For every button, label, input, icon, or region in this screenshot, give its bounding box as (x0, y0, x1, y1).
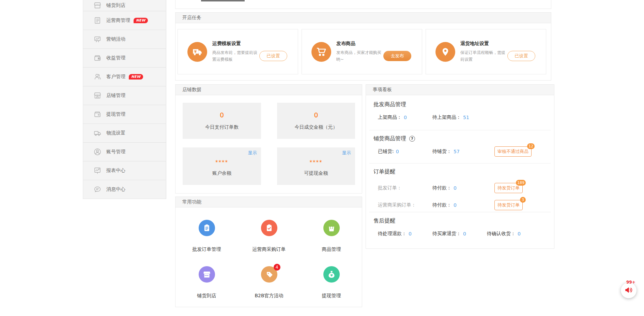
clipboard-icon (199, 220, 215, 236)
stat-label: 账户余额 (212, 170, 231, 176)
to-ship-count-badge: 189 (516, 180, 526, 186)
sidebar-item-label: 提现管理 (106, 111, 125, 117)
sidebar: 铺货到店 运营商管理 NEW 营销活动 收益管理 客户管理 NEW 店铺管理 (83, 0, 166, 199)
pending-shelf-count[interactable]: 51 (463, 115, 469, 120)
stat-value: 0 (314, 111, 318, 119)
store-icon (93, 1, 102, 10)
stat-tile-turnover: 0 今日成交金额（元） (277, 103, 355, 139)
stat-label: 待处理退款： (378, 231, 407, 237)
quick-action-label: 提现管理 (322, 293, 341, 299)
pending-return-count[interactable]: 0 (463, 231, 466, 236)
shop-icon (93, 91, 102, 100)
help-icon[interactable]: ? (409, 136, 415, 142)
quick-action-b2b-activities[interactable]: 4 B2B官方活动 (238, 266, 300, 313)
order-type-label: 运营商采购订单： (378, 202, 416, 208)
quick-action-operator-purchase-orders[interactable]: 运营商采购订单 (238, 220, 300, 266)
stat-label: 上架商品： (378, 114, 402, 120)
quick-action-label: B2B官方活动 (255, 293, 283, 299)
sidebar-item-label: 营销活动 (106, 36, 125, 42)
stat-label: 待买家退货： (432, 231, 461, 237)
section-heading: 铺货商品管理 (373, 135, 406, 142)
truck-yen-icon: ¥ (187, 42, 207, 62)
board-section-distribution-products: 铺货商品管理 ? 已铺货: 0 待铺货： 57 审核不通过商品 12 (369, 130, 551, 163)
price-tag-icon: 4 (261, 266, 277, 283)
sidebar-item-reports[interactable]: 报表中心 (83, 161, 166, 180)
store-tasks-panel: 开店任务 ¥ 运费模板设置 商品发布前，需要提前设置运费模板 已设置 发布商品 … (175, 12, 551, 81)
board-section-order-reminders: 订单提醒 批发订单： 待付款： 0 待发货订单 189 运营商采购订单： 待付款… (369, 163, 551, 212)
quick-action-wholesale-orders[interactable]: 批发订单管理 (175, 220, 238, 266)
customers-icon (93, 73, 102, 81)
show-balance-link[interactable]: 显示 (248, 150, 257, 156)
report-chart-icon (93, 167, 102, 175)
cart-icon (311, 42, 331, 62)
stat-value-masked: **** (310, 159, 323, 166)
stat-label: 待上架商品： (432, 114, 461, 120)
presentation-icon (93, 35, 102, 43)
sidebar-item-earnings[interactable]: 收益管理 (83, 49, 166, 68)
megaphone-icon (624, 286, 633, 296)
sidebar-item-logistics[interactable]: 物流设置 (83, 124, 166, 143)
task-card-return-address: 退货地址设置 保证订单流程顺畅，需提前设置 已设置 (426, 29, 546, 74)
stat-tile-paid-orders: 0 今日支付订单数 (183, 103, 261, 139)
sidebar-item-distribute-to-store[interactable]: 铺货到店 (83, 0, 166, 11)
order-type-label: 批发订单： (378, 185, 402, 191)
unpaid-count[interactable]: 0 (454, 202, 457, 208)
svg-text:¥: ¥ (194, 49, 197, 53)
panel-title: 店铺数据 (175, 85, 362, 95)
new-badge: NEW (134, 18, 148, 23)
sidebar-item-operator-management[interactable]: 运营商管理 NEW (83, 11, 166, 30)
sidebar-item-label: 消息中心 (106, 186, 125, 192)
sidebar-item-label: 物流设置 (106, 130, 125, 136)
account-icon (93, 148, 102, 156)
show-withdrawable-link[interactable]: 显示 (342, 150, 351, 156)
pending-receipt-count[interactable]: 0 (518, 231, 521, 236)
list-icon (93, 16, 102, 25)
stat-label: 今日支付订单数 (205, 124, 239, 130)
pending-distribute-count[interactable]: 57 (454, 149, 460, 154)
quick-action-distribute-to-store[interactable]: 铺货到店 (175, 266, 238, 313)
clipboard-check-icon (261, 220, 277, 236)
sidebar-item-withdrawal[interactable]: 提现管理 (83, 105, 166, 124)
new-badge: NEW (129, 74, 143, 80)
section-heading: 售后提醒 (373, 217, 551, 225)
task-title: 发布商品 (336, 41, 411, 47)
storefront-icon (199, 266, 215, 283)
stat-label: 已铺货: (378, 148, 394, 155)
return-address-set-button[interactable]: 已设置 (507, 51, 535, 61)
sidebar-item-account[interactable]: 账号管理 (83, 143, 166, 161)
task-card-publish-product: 发布商品 发布商品，买家才能购买哟~ 去发布 (302, 29, 422, 74)
to-ship-count-badge: 3 (520, 197, 526, 203)
sidebar-item-messages[interactable]: 消息中心 (83, 180, 166, 199)
wholesale-to-ship-button[interactable]: 待发货订单 189 (494, 183, 523, 193)
shipping-template-set-button[interactable]: 已设置 (259, 51, 287, 61)
previous-panel-fragment (175, 0, 551, 9)
sidebar-item-label: 运营商管理 (106, 17, 130, 24)
sidebar-item-customers[interactable]: 客户管理 NEW (83, 68, 166, 86)
stat-label: 待确认收货： (487, 231, 516, 237)
quick-action-product-management[interactable]: 商品管理 (300, 220, 363, 266)
panel-title: 事项看板 (366, 85, 554, 95)
stat-tile-account-balance: 显示 **** 账户余额 (183, 147, 261, 185)
sidebar-item-label: 报表中心 (106, 168, 125, 174)
withdraw-wallet-icon (93, 110, 102, 118)
board-section-wholesale-products: 批发商品管理 上架商品： 0 待上架商品： 51 (369, 95, 551, 130)
unpaid-count[interactable]: 0 (454, 185, 457, 191)
quick-action-label: 铺货到店 (197, 293, 216, 299)
operator-to-ship-button[interactable]: 待发货订单 3 (494, 200, 523, 210)
announcements-button[interactable] (621, 283, 637, 298)
quick-action-withdrawal-management[interactable]: ¥ 提现管理 (300, 266, 363, 313)
go-publish-button[interactable]: 去发布 (383, 51, 411, 61)
sidebar-item-shop-management[interactable]: 店铺管理 (83, 86, 166, 105)
stat-label: 待付款： (432, 185, 451, 191)
rejected-products-button[interactable]: 审核不通过商品 12 (494, 146, 532, 157)
sidebar-item-label: 客户管理 (106, 74, 125, 80)
pending-refund-count[interactable]: 0 (409, 231, 412, 236)
notification-count-badge: 99+ (626, 280, 635, 285)
distributed-count[interactable]: 0 (396, 149, 399, 154)
message-bubble-icon (93, 185, 102, 193)
on-shelf-count[interactable]: 0 (404, 115, 407, 120)
sidebar-item-marketing[interactable]: 营销活动 (83, 30, 166, 49)
sidebar-item-label: 店铺管理 (106, 92, 125, 99)
stat-value: 0 (220, 111, 224, 119)
money-bag-icon: ¥ (323, 266, 340, 283)
